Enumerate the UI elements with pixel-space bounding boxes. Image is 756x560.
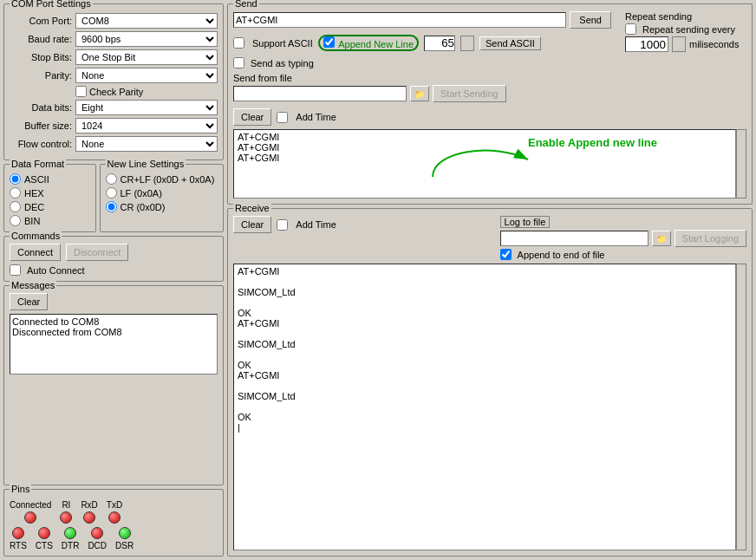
disconnect-button[interactable]: Disconnect	[66, 244, 128, 261]
send-button[interactable]: Send	[570, 11, 611, 29]
databits-label: Data bits:	[10, 102, 72, 113]
send-output-line-3: AT+CGMI	[238, 153, 732, 163]
send-file-input[interactable]	[233, 86, 407, 101]
ascii-spinner[interactable]	[460, 36, 474, 51]
receive-add-time-label: Add Time	[296, 219, 336, 230]
receive-output-container: AT+CGMI SIMCOM_Ltd OK AT+CGMI SIMCOM_Ltd…	[233, 264, 746, 550]
append-new-line-label: Append New Line	[318, 35, 419, 51]
stop-label: Stop Bits:	[10, 52, 72, 62]
messages-group: Messages Clear Connected to COM8 Disconn…	[3, 285, 224, 485]
pin-rts-led	[12, 527, 24, 539]
crlf-label: CR+LF (0x0D + 0x0A)	[121, 174, 215, 185]
send-from-file-label: Send from file	[233, 73, 292, 83]
send-ascii-button[interactable]: Send ASCII	[479, 36, 541, 50]
dec-radio[interactable]	[10, 201, 21, 212]
messages-clear-button[interactable]: Clear	[10, 293, 48, 310]
stop-bits-select[interactable]: One Stop Bit	[75, 49, 218, 65]
bufsize-select[interactable]: 1024	[75, 118, 218, 133]
parity-select[interactable]: None	[75, 68, 218, 83]
start-logging-button[interactable]: Start Logging	[675, 230, 746, 247]
repeat-unit-label: miliseconds	[689, 39, 739, 49]
send-file-browse-button[interactable]: 📁	[410, 86, 429, 101]
dec-label: DEC	[24, 202, 44, 212]
log-file-input[interactable]	[500, 231, 648, 246]
commands-title: Commands	[10, 231, 62, 241]
receive-clear-button[interactable]: Clear	[233, 216, 271, 233]
log-file-browse-button[interactable]: 📁	[652, 231, 671, 246]
pin-rts: RTS	[10, 527, 27, 550]
pin-dtr-led	[64, 527, 76, 539]
support-ascii-checkbox[interactable]	[233, 37, 244, 49]
baud-label: Baud rate:	[10, 34, 72, 44]
message-line-1: Connected to COM8	[12, 316, 215, 327]
pin-ri-led	[60, 511, 72, 524]
crlf-radio[interactable]	[106, 173, 117, 185]
send-output-line-1: AT+CGMI	[238, 132, 732, 142]
cr-label: CR (0x0D)	[121, 202, 166, 212]
comport-title: COM Port Settings	[10, 0, 93, 9]
bin-radio[interactable]	[10, 215, 21, 226]
recv-line-6: AT+CGMI	[238, 318, 732, 329]
pin-dcd-led	[91, 527, 103, 539]
com-port-select[interactable]: COM8	[75, 13, 218, 29]
send-add-time-checkbox[interactable]	[277, 112, 288, 123]
receive-add-time-checkbox[interactable]	[277, 219, 288, 231]
repeat-label: Repeat sending every	[642, 24, 735, 35]
flowctrl-select[interactable]: None	[75, 136, 218, 152]
recv-line-1: AT+CGMI	[238, 266, 732, 277]
receive-title: Receive	[233, 203, 271, 213]
recv-line-13: SIMCOM_Ltd	[238, 391, 732, 401]
messages-title: Messages	[10, 280, 56, 290]
append-new-line-checkbox[interactable]	[323, 36, 335, 48]
data-format-group: Data Format ASCII HEX DEC	[3, 164, 96, 232]
recv-line-2	[238, 277, 732, 287]
pins-title: Pins	[10, 484, 31, 494]
hex-radio[interactable]	[10, 187, 21, 199]
send-as-typing-checkbox[interactable]	[233, 57, 244, 68]
repeat-value-input[interactable]	[625, 36, 668, 52]
append-to-file-checkbox[interactable]	[500, 249, 512, 260]
connect-button[interactable]: Connect	[10, 244, 61, 261]
ascii-value-input[interactable]	[424, 36, 455, 51]
baud-rate-select[interactable]: 9600 bps	[75, 31, 218, 47]
databits-select[interactable]: Eight	[75, 100, 218, 115]
pin-connected-led	[24, 511, 36, 524]
recv-line-8: SIMCOM_Ltd	[238, 339, 732, 349]
parity-label: Parity:	[10, 70, 72, 81]
cr-radio[interactable]	[106, 201, 117, 212]
send-title: Send	[233, 0, 259, 9]
ascii-label: ASCII	[24, 174, 49, 185]
pin-ri: RI	[60, 500, 72, 524]
recv-line-9	[238, 349, 732, 360]
receive-output-scrollbar[interactable]	[736, 264, 746, 550]
send-add-time-label: Add Time	[296, 112, 336, 122]
repeat-checkbox[interactable]	[625, 23, 636, 35]
lf-label: LF (0x0A)	[121, 188, 162, 199]
pin-dsr-led	[119, 527, 131, 539]
pin-cts: CTS	[36, 527, 53, 550]
port-label: Com Port:	[10, 16, 72, 26]
ascii-radio-row: ASCII	[10, 173, 90, 185]
send-output-scrollbar[interactable]	[736, 129, 746, 199]
repeat-spinner[interactable]	[672, 36, 686, 52]
recv-line-14	[238, 401, 732, 412]
send-group: Send Send Support ASCII App	[227, 3, 753, 205]
repeat-title: Repeat sending	[625, 11, 746, 22]
pin-rxd-led	[83, 511, 95, 524]
auto-connect-checkbox[interactable]	[10, 264, 21, 276]
hex-label: HEX	[24, 188, 44, 199]
recv-line-15: OK	[238, 412, 732, 422]
send-as-typing-label: Send as typing	[251, 58, 314, 68]
recv-line-7	[238, 329, 732, 339]
pin-txd-led	[108, 511, 121, 524]
bin-label: BIN	[24, 216, 40, 226]
ascii-radio[interactable]	[10, 173, 21, 185]
data-format-title: Data Format	[10, 159, 66, 169]
send-clear-button[interactable]: Clear	[233, 108, 271, 126]
check-parity-checkbox[interactable]	[75, 86, 87, 97]
send-text-input[interactable]	[233, 12, 566, 28]
start-sending-button[interactable]: Start Sending	[433, 85, 506, 102]
pin-dcd: DCD	[88, 527, 107, 550]
recv-line-12	[238, 381, 732, 391]
lf-radio[interactable]	[106, 187, 117, 199]
